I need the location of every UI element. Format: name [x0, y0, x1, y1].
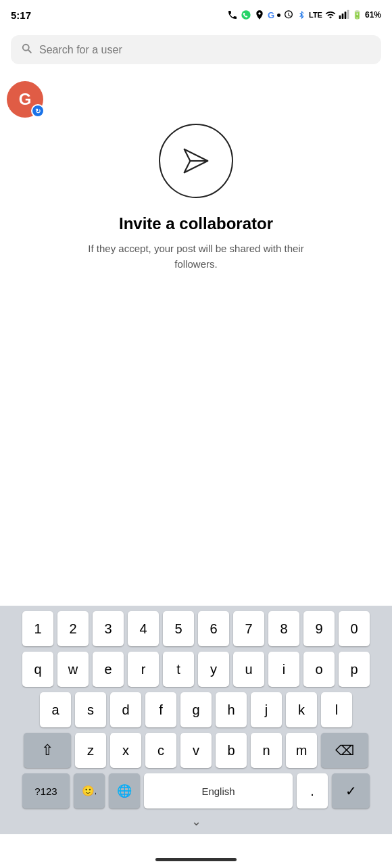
key-m[interactable]: m [286, 733, 317, 768]
enter-key[interactable]: ✓ [332, 773, 370, 809]
key-z[interactable]: z [75, 733, 106, 768]
signal-icon [339, 9, 349, 20]
avatar-area: G ↻ [7, 81, 43, 118]
refresh-badge: ↻ [32, 105, 43, 116]
key-f[interactable]: f [145, 692, 176, 727]
key-y[interactable]: y [198, 652, 229, 687]
search-bar[interactable] [11, 35, 381, 64]
key-0[interactable]: 0 [339, 611, 370, 646]
keyboard-row-zxcv: ⇧ z x c v b n m ⌫ [3, 733, 389, 768]
refresh-icon: ↻ [35, 107, 41, 115]
lte-icon: LTE [309, 11, 322, 19]
key-5[interactable]: 5 [163, 611, 194, 646]
key-s[interactable]: s [75, 692, 106, 727]
key-3[interactable]: 3 [93, 611, 124, 646]
key-l[interactable]: l [321, 692, 352, 727]
key-j[interactable]: j [251, 692, 282, 727]
keyboard-row-asdf: a s d f g h j k l [3, 692, 389, 727]
shift-key[interactable]: ⇧ [24, 733, 71, 768]
spacebar[interactable]: English [144, 773, 293, 809]
key-u[interactable]: u [233, 652, 264, 687]
key-7[interactable]: 7 [233, 611, 264, 646]
emoji-key[interactable]: 🙂, [74, 773, 105, 809]
status-icons: G LTE 🔋 61% [227, 9, 381, 20]
send-icon [178, 143, 214, 178]
backspace-key[interactable]: ⌫ [321, 733, 368, 768]
svg-rect-4 [347, 10, 349, 19]
whatsapp-icon [241, 9, 251, 20]
key-i[interactable]: i [268, 652, 299, 687]
key-o[interactable]: o [303, 652, 335, 687]
svg-rect-3 [345, 11, 347, 19]
battery-icon: 🔋 [352, 10, 362, 20]
dismiss-row: ⌄ [3, 814, 389, 829]
search-input[interactable] [39, 44, 372, 56]
key-t[interactable]: t [163, 652, 194, 687]
dot-indicator [277, 14, 280, 17]
key-p[interactable]: p [339, 652, 370, 687]
key-k[interactable]: k [286, 692, 317, 727]
home-indicator [155, 858, 237, 861]
key-g[interactable]: g [180, 692, 212, 727]
svg-rect-1 [339, 16, 341, 19]
keyboard: 1 2 3 4 5 6 7 8 9 0 q w e r t y u i o p … [0, 606, 392, 834]
main-content: Invite a collaborator If they accept, yo… [0, 70, 392, 272]
key-6[interactable]: 6 [198, 611, 229, 646]
symbols-key[interactable]: ?123 [22, 773, 70, 809]
invite-title: Invite a collaborator [119, 214, 273, 233]
search-icon [20, 42, 32, 57]
key-8[interactable]: 8 [268, 611, 299, 646]
key-e[interactable]: e [93, 652, 124, 687]
key-w[interactable]: w [57, 652, 89, 687]
keyboard-row-numbers: 1 2 3 4 5 6 7 8 9 0 [3, 611, 389, 646]
status-bar: 5:17 G LTE 🔋 61% [0, 0, 392, 30]
key-x[interactable]: x [110, 733, 141, 768]
battery-percent: 61% [365, 10, 381, 20]
key-9[interactable]: 9 [303, 611, 335, 646]
invite-subtitle: If they accept, your post will be shared… [88, 241, 304, 272]
globe-key[interactable]: 🌐 [109, 773, 140, 809]
key-h[interactable]: h [216, 692, 247, 727]
send-icon-circle [159, 124, 233, 198]
avatar: G ↻ [7, 81, 43, 118]
wifi-icon [325, 9, 336, 20]
key-b[interactable]: b [216, 733, 247, 768]
avatar-badge: ↻ [31, 104, 45, 118]
key-1[interactable]: 1 [22, 611, 53, 646]
bluetooth-icon [297, 10, 306, 20]
alarm-icon [283, 9, 294, 20]
svg-rect-2 [342, 14, 344, 19]
svg-point-0 [241, 10, 250, 19]
key-q[interactable]: q [22, 652, 53, 687]
key-r[interactable]: r [128, 652, 159, 687]
key-d[interactable]: d [110, 692, 141, 727]
period-key[interactable]: . [297, 773, 328, 809]
key-4[interactable]: 4 [128, 611, 159, 646]
key-v[interactable]: v [180, 733, 212, 768]
keyboard-row-qwerty: q w e r t y u i o p [3, 652, 389, 687]
status-time: 5:17 [11, 9, 31, 21]
keyboard-dismiss-button[interactable]: ⌄ [191, 814, 201, 829]
keyboard-row-bottom: ?123 🙂, 🌐 English . ✓ [3, 773, 389, 809]
key-n[interactable]: n [251, 733, 282, 768]
phone-icon [227, 9, 238, 20]
search-container [0, 30, 392, 70]
location-icon [254, 9, 265, 20]
key-c[interactable]: c [145, 733, 176, 768]
g-icon: G [268, 10, 274, 20]
key-2[interactable]: 2 [57, 611, 89, 646]
key-a[interactable]: a [40, 692, 71, 727]
